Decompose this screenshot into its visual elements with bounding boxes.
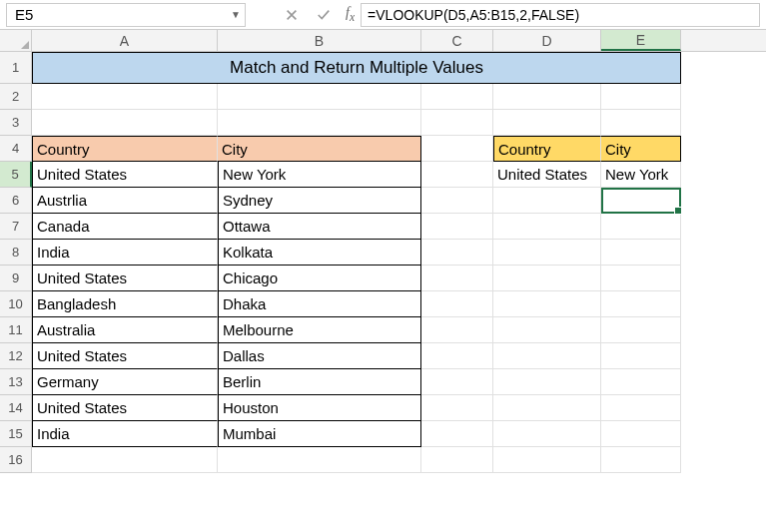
cell[interactable] [421, 395, 493, 421]
col-header-A[interactable]: A [32, 30, 218, 51]
lookup-header-country[interactable]: Country [493, 136, 601, 162]
cell[interactable] [493, 447, 601, 473]
row-header[interactable]: 9 [0, 266, 32, 291]
cell[interactable] [218, 447, 421, 473]
title-cell[interactable]: Match and Return Multiple Values [32, 52, 681, 84]
cell[interactable] [421, 188, 493, 214]
table-cell[interactable]: Austrlia [32, 188, 218, 214]
row-header[interactable]: 16 [0, 447, 32, 473]
cell[interactable] [32, 447, 218, 473]
cell[interactable] [493, 291, 601, 317]
cell[interactable] [421, 421, 493, 447]
table-cell[interactable]: United States [32, 395, 218, 421]
cell[interactable] [493, 188, 601, 214]
table-cell[interactable]: Ottawa [218, 214, 421, 240]
cell[interactable] [601, 84, 681, 110]
col-header-D[interactable]: D [493, 30, 601, 51]
cell[interactable] [493, 266, 601, 291]
row-header[interactable]: 6 [0, 188, 32, 214]
cell[interactable] [601, 369, 681, 395]
cell[interactable] [601, 317, 681, 343]
cell[interactable] [601, 240, 681, 266]
cell[interactable] [601, 447, 681, 473]
formula-input[interactable]: =VLOOKUP(D5,A5:B15,2,FALSE) [361, 3, 760, 27]
table-cell[interactable]: United States [32, 266, 218, 291]
cell[interactable] [421, 317, 493, 343]
cell[interactable] [493, 240, 601, 266]
table-cell[interactable]: Mumbai [218, 421, 421, 447]
col-header-C[interactable]: C [421, 30, 493, 51]
row-header[interactable]: 3 [0, 110, 32, 136]
lookup-city[interactable]: New York [601, 162, 681, 188]
table-cell[interactable]: India [32, 240, 218, 266]
table-cell[interactable]: Berlin [218, 369, 421, 395]
cell[interactable] [601, 343, 681, 369]
cell[interactable] [421, 136, 493, 162]
table-header-city[interactable]: City [218, 136, 421, 162]
row-header[interactable]: 10 [0, 291, 32, 317]
name-box[interactable]: E5 ▼ [6, 3, 246, 27]
row-header[interactable]: 12 [0, 343, 32, 369]
cell[interactable] [493, 395, 601, 421]
cell[interactable] [32, 110, 218, 136]
table-cell[interactable]: Dhaka [218, 291, 421, 317]
row-header[interactable]: 15 [0, 421, 32, 447]
table-cell[interactable]: Houston [218, 395, 421, 421]
select-all-corner[interactable] [0, 30, 32, 51]
cell[interactable] [493, 214, 601, 240]
cell[interactable] [32, 84, 218, 110]
cell[interactable] [601, 291, 681, 317]
cell[interactable] [493, 317, 601, 343]
cancel-button[interactable] [276, 3, 308, 27]
cell[interactable] [601, 395, 681, 421]
table-header-country[interactable]: Country [32, 136, 218, 162]
table-cell[interactable]: Melbourne [218, 317, 421, 343]
cell[interactable] [493, 369, 601, 395]
row-header[interactable]: 11 [0, 317, 32, 343]
col-header-B[interactable]: B [218, 30, 421, 51]
cell[interactable] [493, 421, 601, 447]
cell[interactable] [601, 110, 681, 136]
table-cell[interactable]: Bangladesh [32, 291, 218, 317]
cell[interactable] [421, 240, 493, 266]
row-header[interactable]: 13 [0, 369, 32, 395]
row-header[interactable]: 2 [0, 84, 32, 110]
table-cell[interactable]: New York [218, 162, 421, 188]
cell[interactable] [421, 343, 493, 369]
cell[interactable] [601, 266, 681, 291]
cell[interactable] [218, 84, 421, 110]
row-header[interactable]: 1 [0, 52, 32, 84]
cell[interactable] [421, 162, 493, 188]
cell[interactable] [421, 447, 493, 473]
row-header[interactable]: 8 [0, 240, 32, 266]
table-cell[interactable]: Chicago [218, 266, 421, 291]
cell[interactable] [421, 110, 493, 136]
cell[interactable] [421, 369, 493, 395]
table-cell[interactable]: India [32, 421, 218, 447]
cell[interactable] [601, 188, 681, 214]
lookup-header-city[interactable]: City [601, 136, 681, 162]
cell[interactable] [421, 291, 493, 317]
table-cell[interactable]: Kolkata [218, 240, 421, 266]
table-cell[interactable]: Germany [32, 369, 218, 395]
fx-icon[interactable]: fx [346, 5, 355, 24]
cell[interactable] [493, 110, 601, 136]
table-cell[interactable]: Dallas [218, 343, 421, 369]
row-header[interactable]: 14 [0, 395, 32, 421]
col-header-E[interactable]: E [601, 30, 681, 51]
cell[interactable] [601, 421, 681, 447]
table-cell[interactable]: Australia [32, 317, 218, 343]
cell[interactable] [493, 343, 601, 369]
cell[interactable] [218, 110, 421, 136]
table-cell[interactable]: Sydney [218, 188, 421, 214]
cell[interactable] [493, 84, 601, 110]
table-cell[interactable]: United States [32, 343, 218, 369]
row-header[interactable]: 5 [0, 162, 32, 188]
lookup-country[interactable]: United States [493, 162, 601, 188]
cell[interactable] [601, 214, 681, 240]
table-cell[interactable]: United States [32, 162, 218, 188]
enter-button[interactable] [308, 3, 340, 27]
cell[interactable] [421, 84, 493, 110]
table-cell[interactable]: Canada [32, 214, 218, 240]
row-header[interactable]: 7 [0, 214, 32, 240]
